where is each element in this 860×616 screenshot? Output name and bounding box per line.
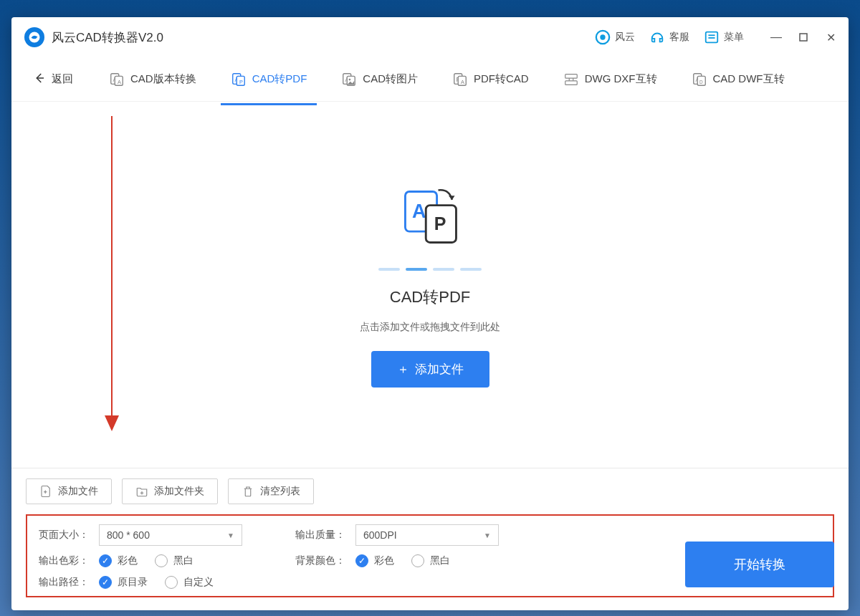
window-controls: — ✕ <box>771 32 836 42</box>
add-file-label: 添加文件 <box>415 361 464 377</box>
svg-text:D: D <box>699 79 703 84</box>
radio-checked-icon <box>99 576 112 589</box>
file-plus-icon <box>39 485 52 498</box>
back-label: 返回 <box>52 72 73 86</box>
tab-cad-pdf[interactable]: AP CAD转PDF <box>221 66 317 93</box>
toolbar: 返回 AA CAD版本转换 AP CAD转PDF A CAD转图片 PA PDF… <box>11 57 849 102</box>
color-option-caise[interactable]: 彩色 <box>99 554 138 567</box>
add-file-text: 添加文件 <box>58 485 98 498</box>
page-size-label: 页面大小： <box>39 529 89 542</box>
clear-text: 清空列表 <box>260 485 300 498</box>
quality-value: 600DPI <box>363 529 397 541</box>
kefu-label: 客服 <box>669 31 689 44</box>
svg-text:A: A <box>461 78 464 85</box>
page-size-value: 800 * 600 <box>107 529 150 541</box>
doc-dwf-icon: AD <box>692 72 707 87</box>
arrow-left-icon <box>33 72 46 87</box>
menu-icon <box>704 29 720 45</box>
svg-marker-31 <box>105 415 119 431</box>
radio-checked-icon <box>99 554 112 567</box>
convert-label: 开始转换 <box>734 557 785 572</box>
app-logo-icon <box>24 27 44 47</box>
title-actions: 风云 客服 菜单 — ✕ <box>595 29 836 45</box>
convert-button[interactable]: 开始转换 <box>685 542 834 587</box>
svg-text:A: A <box>118 78 121 85</box>
menu-label: 菜单 <box>724 31 744 44</box>
svg-rect-25 <box>565 80 577 85</box>
close-button[interactable]: ✕ <box>826 32 836 42</box>
app-window: 风云CAD转换器V2.0 风云 客服 菜单 — ✕ <box>11 17 849 610</box>
path-option-custom[interactable]: 自定义 <box>165 576 214 589</box>
color-option-heibai[interactable]: 黑白 <box>155 554 194 567</box>
target-icon <box>595 29 611 45</box>
drop-title: CAD转PDF <box>390 287 470 308</box>
add-folder-button[interactable]: 添加文件夹 <box>122 478 218 504</box>
trash-icon <box>242 485 254 498</box>
titlebar: 风云CAD转换器V2.0 风云 客服 菜单 — ✕ <box>11 17 849 57</box>
plus-icon: ＋ <box>397 361 409 377</box>
color-label: 输出色彩： <box>39 554 89 567</box>
bg-option-caise[interactable]: 彩色 <box>355 554 394 567</box>
kefu-link[interactable]: 客服 <box>649 29 689 45</box>
svg-point-2 <box>600 34 605 39</box>
doc-pa-icon: PA <box>452 72 468 87</box>
tab-label: DWG DXF互转 <box>585 72 657 86</box>
drop-illustration-icon: A P <box>396 182 464 251</box>
tab-label: CAD转PDF <box>252 72 307 86</box>
bottom-panel: 添加文件 添加文件夹 清空列表 页面大小： 800 * 600 ▼ <box>11 468 849 610</box>
back-button[interactable]: 返回 <box>24 67 82 91</box>
drop-zone: A P CAD转PDF 点击添加文件或拖拽文件到此处 ＋ 添加文件 <box>360 182 500 388</box>
svg-text:A: A <box>412 201 426 222</box>
svg-text:P: P <box>434 213 446 234</box>
annotation-arrow-icon <box>97 116 126 431</box>
radio-checked-icon <box>355 554 368 567</box>
svg-point-19 <box>349 78 351 80</box>
tab-dwg-dxf[interactable]: DWG DXF互转 <box>553 66 667 93</box>
radio-icon <box>165 576 178 589</box>
menu-link[interactable]: 菜单 <box>704 29 744 45</box>
quality-label: 输出质量： <box>295 529 345 542</box>
tab-cad-dwf[interactable]: AD CAD DWF互转 <box>682 66 795 93</box>
headset-icon <box>649 29 665 45</box>
add-folder-text: 添加文件夹 <box>154 485 204 498</box>
tab-label: CAD转图片 <box>363 72 418 86</box>
add-file-primary-button[interactable]: ＋ 添加文件 <box>371 351 489 388</box>
svg-marker-34 <box>449 196 455 200</box>
minimize-button[interactable]: — <box>771 32 781 42</box>
content-area[interactable]: A P CAD转PDF 点击添加文件或拖拽文件到此处 ＋ 添加文件 <box>11 102 849 468</box>
svg-rect-24 <box>565 74 577 78</box>
doc-dwg-icon <box>563 72 579 87</box>
drop-progress-icon <box>378 268 482 271</box>
svg-rect-6 <box>800 34 807 41</box>
app-title: 风云CAD转换器V2.0 <box>52 29 163 46</box>
add-file-button[interactable]: 添加文件 <box>26 478 112 504</box>
action-row: 添加文件 添加文件夹 清空列表 <box>26 478 834 504</box>
tab-label: PDF转CAD <box>474 72 529 86</box>
maximize-button[interactable] <box>798 32 808 42</box>
tab-pdf-cad[interactable]: PA PDF转CAD <box>442 66 539 93</box>
radio-icon <box>155 554 168 567</box>
tab-cad-version[interactable]: AA CAD版本转换 <box>99 66 206 93</box>
path-option-original[interactable]: 原目录 <box>99 576 148 589</box>
folder-plus-icon <box>135 485 148 498</box>
bg-option-heibai[interactable]: 黑白 <box>411 554 450 567</box>
doc-a-icon: AA <box>109 72 125 87</box>
tab-label: CAD版本转换 <box>130 72 196 86</box>
tab-cad-image[interactable]: A CAD转图片 <box>331 66 428 93</box>
path-label: 输出路径： <box>39 576 89 589</box>
fengyun-link[interactable]: 风云 <box>595 29 635 45</box>
tab-label: CAD DWF互转 <box>713 72 785 86</box>
chevron-down-icon: ▼ <box>227 531 234 539</box>
fengyun-label: 风云 <box>615 31 635 44</box>
chevron-down-icon: ▼ <box>484 531 491 539</box>
doc-ap-icon: AP <box>231 72 247 87</box>
clear-list-button[interactable]: 清空列表 <box>228 478 314 504</box>
page-size-select[interactable]: 800 * 600 ▼ <box>99 524 242 546</box>
quality-select[interactable]: 600DPI ▼ <box>355 524 499 546</box>
bg-label: 背景颜色： <box>295 554 345 567</box>
doc-img-icon: A <box>341 72 357 87</box>
radio-icon <box>411 554 424 567</box>
svg-text:P: P <box>239 78 243 85</box>
drop-subtitle: 点击添加文件或拖拽文件到此处 <box>360 321 500 334</box>
